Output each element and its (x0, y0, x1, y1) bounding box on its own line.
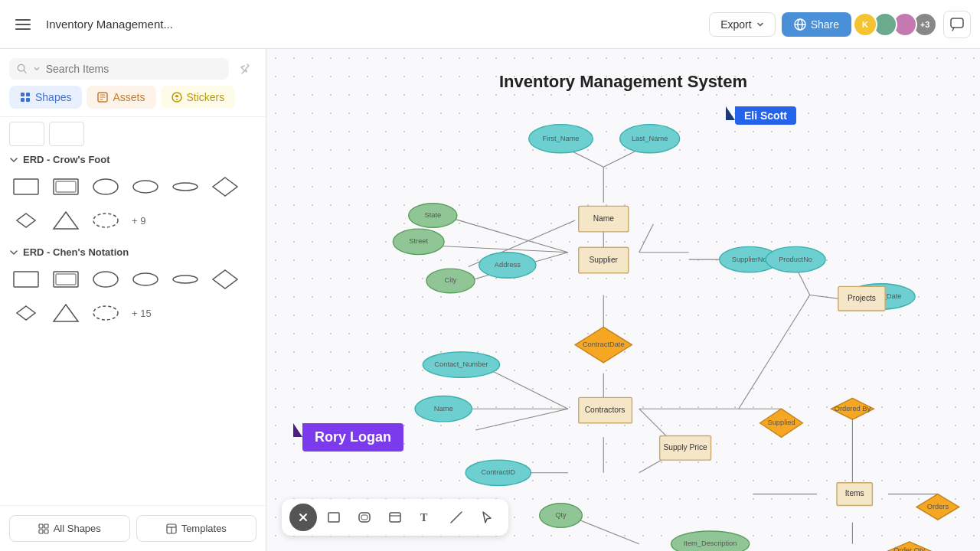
svg-text:Items: Items (845, 489, 864, 497)
search-input-wrap[interactable] (9, 58, 229, 80)
rounded-rect-icon (358, 510, 371, 524)
tab-stickers[interactable]: Stickers (161, 86, 236, 109)
svg-text:State: State (424, 211, 441, 219)
tab-shapes[interactable]: Shapes (9, 86, 82, 109)
svg-line-8 (24, 70, 26, 73)
card-icon (388, 510, 402, 524)
share-button[interactable]: Share (782, 12, 851, 37)
svg-text:Contact_Number: Contact_Number (434, 360, 488, 368)
chen-dashed-ellipse[interactable] (89, 299, 122, 327)
rounded-rect-tool[interactable] (351, 504, 378, 531)
round-ellipse-shape-icon (132, 176, 159, 197)
close-icon (298, 512, 309, 523)
menu-button[interactable] (9, 11, 37, 38)
avatar-1: K (853, 12, 877, 37)
svg-rect-37 (44, 524, 48, 528)
close-tool-button[interactable] (289, 504, 317, 531)
svg-text:Address: Address (495, 261, 521, 269)
chen-triangle[interactable] (49, 299, 83, 327)
svg-text:T: T (420, 512, 428, 523)
svg-rect-38 (39, 530, 43, 533)
preview-box-2[interactable] (49, 122, 84, 146)
chen-more[interactable]: + 15 (129, 305, 155, 322)
tab-assets[interactable]: Assets (87, 86, 155, 109)
chat-icon (950, 18, 964, 31)
templates-label: Templates (181, 523, 227, 534)
shape-wide-ellipse[interactable] (168, 173, 202, 201)
chat-button[interactable] (943, 11, 971, 38)
export-button[interactable]: Export (709, 12, 775, 37)
svg-rect-2 (15, 28, 31, 30)
svg-rect-126 (328, 513, 339, 522)
shape-triangle[interactable] (49, 207, 83, 234)
svg-text:Supply Price: Supply Price (663, 443, 707, 452)
wide-ellipse-shape-icon (172, 176, 199, 197)
svg-text:ContractID: ContractID (482, 468, 516, 476)
search-input[interactable] (46, 63, 221, 75)
preview-box-1[interactable] (9, 122, 44, 146)
chen-rect[interactable] (9, 266, 43, 293)
chen-dashed-ellipse-icon (92, 302, 119, 324)
svg-marker-32 (213, 270, 237, 289)
shape-diamond[interactable] (208, 173, 242, 201)
pin-button[interactable] (235, 58, 256, 80)
svg-text:Supplied: Supplied (767, 419, 795, 426)
eli-cursor-arrow (726, 106, 735, 120)
chen-small-diamond[interactable] (9, 299, 43, 327)
crowfoot-more[interactable]: + 9 (129, 212, 149, 230)
shape-small-diamond[interactable] (9, 207, 43, 234)
erd-diagram: Name First_Name Last_Name Street City St… (312, 110, 980, 551)
diagram-title: Inventory Management System (499, 72, 747, 92)
canvas-area[interactable]: Inventory Management System (266, 49, 980, 551)
chen-ellipse[interactable] (89, 266, 122, 293)
svg-rect-10 (26, 93, 30, 96)
erd-chen-header[interactable]: ERD - Chen's Notation (9, 246, 256, 258)
shape-ellipse[interactable] (89, 173, 122, 201)
chen-rect-icon (12, 269, 40, 290)
shape-round-ellipse[interactable] (129, 173, 162, 201)
shape-rect[interactable] (9, 173, 43, 201)
shapes-tab-label: Shapes (35, 91, 71, 103)
chen-wide-ellipse[interactable] (168, 266, 202, 293)
chen-wide-ellipse-icon (172, 269, 199, 290)
line-tool[interactable] (443, 504, 470, 531)
svg-rect-39 (44, 530, 48, 533)
pin-icon (240, 63, 252, 75)
chen-small-diamond-icon (12, 302, 40, 324)
svg-text:Contractors: Contractors (585, 406, 626, 414)
erd-crowfoot-header[interactable]: ERD - Crow's Foot (9, 154, 256, 165)
chen-double-rect[interactable] (49, 266, 83, 293)
svg-text:Supplier: Supplier (590, 256, 619, 264)
svg-rect-36 (39, 524, 43, 528)
card-tool[interactable] (381, 504, 409, 531)
stickers-tab-label: Stickers (187, 91, 225, 103)
collaborator-avatars: K +3 (858, 12, 937, 37)
header: Inventory Management... Export Share K +… (0, 0, 980, 49)
svg-marker-34 (54, 305, 78, 321)
svg-rect-28 (56, 274, 76, 285)
rory-cursor-label: Rory Logan (302, 423, 403, 452)
shapes-scroll: ERD - Crow's Foot (0, 146, 266, 505)
svg-text:ContractDate: ContractDate (583, 341, 625, 348)
svg-point-29 (93, 272, 118, 287)
chen-double-rect-icon (52, 269, 80, 290)
share-label: Share (811, 18, 839, 31)
chevron-down-icon (9, 155, 18, 165)
canvas-bottom-tools: T (282, 499, 508, 536)
rectangle-tool[interactable] (320, 504, 348, 531)
chen-ellipse-icon (92, 269, 119, 290)
shape-dashed-ellipse[interactable] (89, 207, 122, 234)
triangle-shape-icon (52, 210, 80, 231)
svg-rect-1 (15, 24, 31, 25)
pointer-tool[interactable] (473, 504, 501, 531)
all-shapes-label: All Shapes (54, 523, 101, 534)
templates-button[interactable]: Templates (136, 515, 257, 542)
chen-diamond[interactable] (208, 266, 242, 293)
shape-double-rect[interactable] (49, 173, 83, 201)
all-shapes-button[interactable]: All Shapes (9, 515, 130, 542)
svg-point-35 (93, 306, 118, 320)
text-tool[interactable]: T (412, 504, 439, 531)
rect-shape-icon (12, 176, 40, 197)
svg-text:First_Name: First_Name (543, 135, 580, 142)
chen-round-ellipse[interactable] (129, 266, 162, 293)
